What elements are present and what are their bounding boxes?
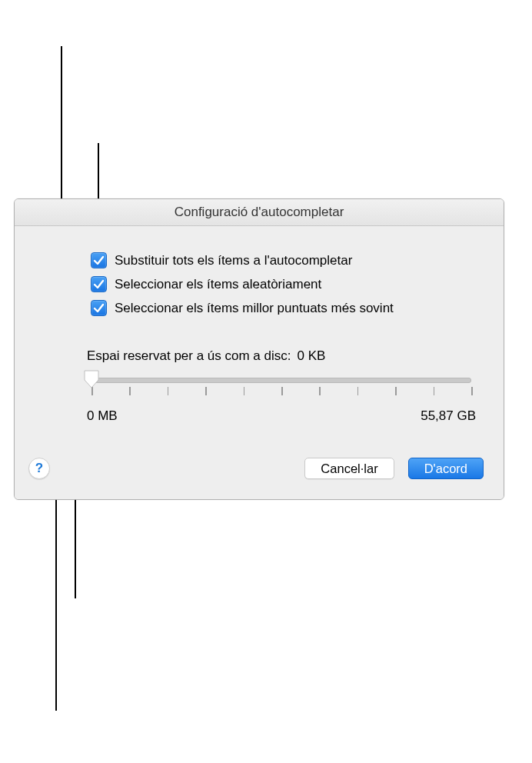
slider-thumb[interactable] (83, 369, 100, 388)
slider-track (91, 378, 471, 383)
checkmark-icon (93, 255, 105, 266)
slider-ticks (91, 387, 471, 396)
ok-button-label: D'acord (424, 461, 467, 476)
replace-all-checkbox[interactable] (91, 252, 107, 268)
disk-space-slider[interactable] (91, 373, 471, 413)
slider-thumb-icon (83, 369, 100, 389)
checkmark-icon (93, 278, 105, 290)
help-button[interactable]: ? (28, 458, 50, 479)
ok-button[interactable]: D'acord (408, 458, 484, 479)
autofill-settings-dialog: Configuració d'autocompletar Substituir … (14, 198, 504, 500)
checkmark-icon (93, 302, 105, 314)
higher-rated-label: Seleccionar els ítems millor puntuats mé… (115, 301, 394, 316)
disk-space-title-row: Espai reservat per a ús com a disc: 0 KB (87, 348, 476, 364)
dialog-footer: ? Cancel·lar D'acord (35, 458, 484, 479)
cancel-button-label: Cancel·lar (321, 461, 377, 476)
cancel-button[interactable]: Cancel·lar (304, 458, 394, 479)
random-label: Seleccionar els ítems aleatòriament (115, 277, 321, 292)
replace-all-label: Substituir tots els ítems a l'autocomple… (115, 253, 352, 268)
dialog-titlebar: Configuració d'autocompletar (15, 199, 504, 226)
option-row-random: Seleccionar els ítems aleatòriament (35, 276, 484, 292)
disk-space-label: Espai reservat per a ús com a disc: (87, 348, 291, 364)
option-row-replace-all: Substituir tots els ítems a l'autocomple… (35, 252, 484, 268)
dialog-title: Configuració d'autocompletar (175, 205, 344, 219)
help-icon: ? (35, 461, 43, 476)
higher-rated-checkbox[interactable] (91, 300, 107, 316)
disk-space-section: Espai reservat per a ús com a disc: 0 KB (87, 348, 476, 424)
dialog-content: Substituir tots els ítems a l'autocomple… (15, 226, 504, 499)
disk-space-value: 0 KB (298, 348, 326, 364)
option-row-higher-rated: Seleccionar els ítems millor puntuats mé… (35, 300, 484, 316)
random-checkbox[interactable] (91, 276, 107, 292)
